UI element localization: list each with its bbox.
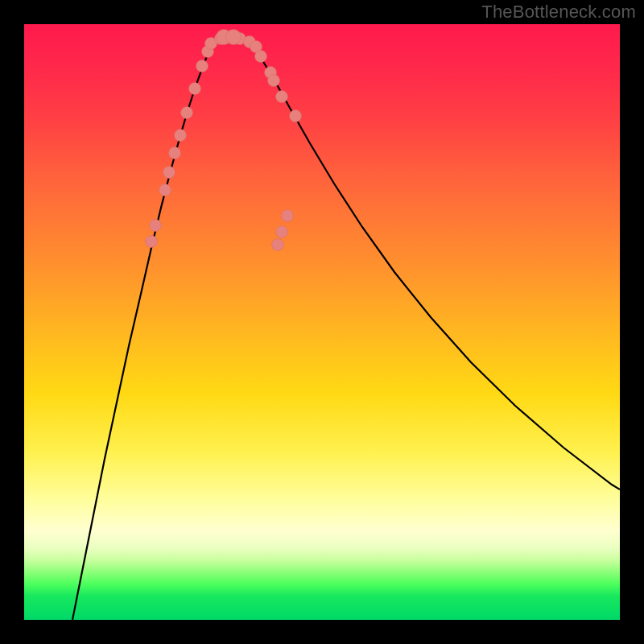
data-point-emphasis [226, 30, 242, 45]
watermark-text: TheBottleneck.com [481, 2, 636, 23]
data-point [181, 107, 193, 119]
data-point [163, 167, 175, 179]
data-point [255, 51, 267, 63]
chart-overlay [24, 24, 620, 620]
curve-right [250, 42, 620, 489]
data-point [169, 147, 181, 159]
data-point [159, 184, 171, 196]
data-point [290, 110, 302, 122]
data-point [276, 226, 288, 238]
data-point [276, 91, 288, 103]
scatter-dots [146, 30, 302, 251]
data-point [146, 236, 158, 248]
chart-frame [24, 24, 620, 620]
data-point [268, 75, 280, 87]
data-point [175, 130, 187, 142]
data-point [272, 239, 284, 251]
data-point [150, 220, 162, 232]
data-point [196, 60, 208, 72]
curve-left [72, 42, 213, 620]
data-point [189, 83, 201, 95]
data-point [282, 210, 294, 222]
